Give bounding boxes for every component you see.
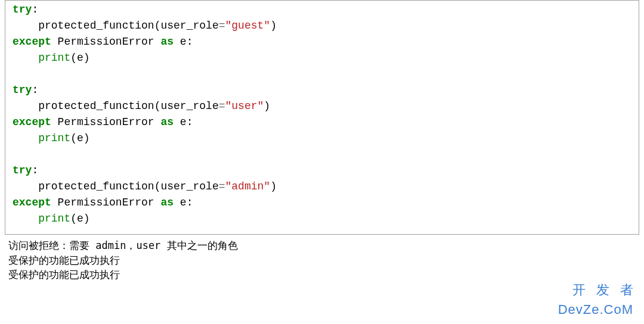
keyword-try: try — [13, 84, 32, 96]
exception-name: PermissionError — [51, 197, 161, 208]
code-line: except PermissionError as e: — [13, 116, 193, 128]
keyword-except: except — [13, 116, 51, 128]
function-call: protected_function — [38, 20, 154, 32]
arg-name: user_role — [160, 180, 218, 192]
output-line: 访问被拒绝：需要 admin，user 其中之一的角色 — [8, 238, 636, 253]
code-line: print(e) — [13, 132, 90, 144]
code-line: except PermissionError as e: — [13, 36, 193, 48]
variable: e — [174, 116, 187, 128]
code-line: except PermissionError as e: — [13, 197, 193, 208]
exception-name: PermissionError — [51, 116, 161, 128]
watermark-bottom: DevZe.CoM — [558, 300, 633, 319]
code-block: try: protected_function(user_role="guest… — [5, 0, 639, 235]
output-line: 受保护的功能已成功执行 — [8, 267, 636, 282]
arg-name: user_role — [160, 20, 218, 32]
print-call: print — [38, 132, 70, 144]
code-line: try: — [13, 84, 38, 96]
string-literal: "admin" — [225, 180, 271, 192]
keyword-try: try — [13, 164, 32, 176]
code-line: try: — [13, 164, 38, 176]
arg-name: user_role — [160, 100, 218, 112]
function-call: protected_function — [38, 180, 154, 192]
variable: e — [174, 36, 187, 48]
watermark: 开发者 DevZe.CoM — [558, 280, 633, 319]
string-literal: "user" — [225, 100, 264, 112]
output-block: 访问被拒绝：需要 admin，user 其中之一的角色 受保护的功能已成功执行 … — [0, 238, 644, 282]
print-call: print — [38, 213, 70, 225]
keyword-as: as — [160, 116, 174, 128]
function-call: protected_function — [38, 100, 154, 112]
code-line: protected_function(user_role="guest") — [13, 20, 277, 32]
keyword-except: except — [13, 197, 51, 208]
keyword-as: as — [160, 197, 174, 208]
output-line: 受保护的功能已成功执行 — [8, 253, 636, 268]
string-literal: "guest" — [225, 20, 271, 32]
code-line: print(e) — [13, 213, 90, 225]
exception-name: PermissionError — [51, 36, 161, 48]
code-line: protected_function(user_role="user") — [13, 100, 270, 112]
code-line: protected_function(user_role="admin") — [13, 180, 277, 192]
keyword-as: as — [160, 36, 174, 48]
watermark-top: 开发者 — [558, 280, 644, 300]
keyword-except: except — [13, 36, 51, 48]
print-call: print — [38, 52, 70, 64]
variable: e — [174, 197, 187, 208]
code-line: try: — [13, 4, 38, 15]
code-line: print(e) — [13, 52, 90, 64]
keyword-try: try — [13, 4, 32, 15]
